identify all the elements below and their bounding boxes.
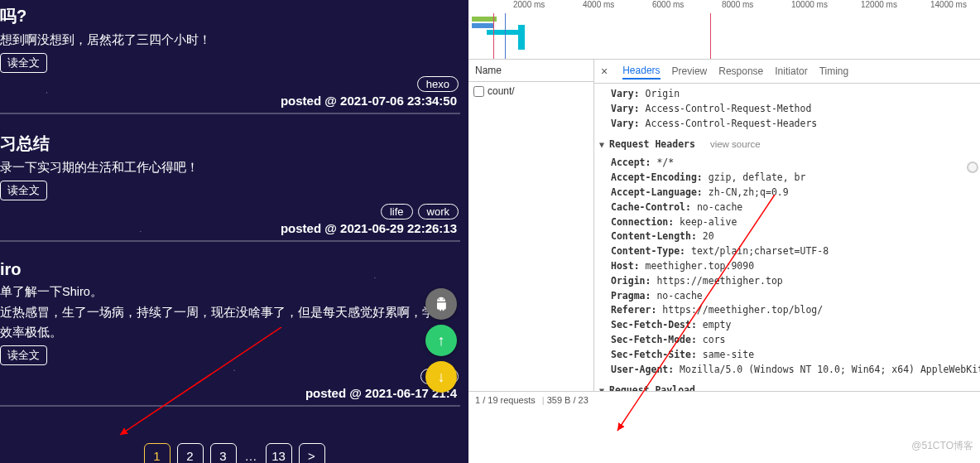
header-value: no-cache bbox=[697, 201, 742, 213]
post-meta: posted @ 2021-07-06 23:34:50 bbox=[0, 94, 457, 108]
post-excerpt: 想到啊没想到，居然花了三四个小时！ bbox=[0, 32, 460, 48]
divider bbox=[0, 240, 460, 242]
header-key: Pragma: bbox=[611, 290, 651, 301]
header-value: same-site bbox=[703, 349, 754, 360]
android-icon[interactable] bbox=[425, 288, 457, 320]
watermark: @51CTO博客 bbox=[911, 439, 973, 453]
network-timeline[interactable]: 2000 ms 4000 ms 6000 ms 8000 ms 10000 ms… bbox=[468, 0, 980, 60]
arrow-down-icon[interactable]: ↓ bbox=[425, 361, 457, 393]
section-request-headers[interactable]: Request Headersview source bbox=[599, 137, 968, 152]
header-value: Origin bbox=[646, 88, 680, 99]
header-value: text/plain;charset=UTF-8 bbox=[691, 245, 829, 257]
svg-point-0 bbox=[439, 299, 440, 300]
tick: 2000 ms bbox=[513, 0, 545, 9]
post-meta: posted @ 2021-06-29 22:26:13 bbox=[0, 221, 457, 235]
header-value: meethigher.top:9090 bbox=[646, 260, 755, 272]
tab-preview[interactable]: Preview bbox=[672, 64, 708, 79]
post-excerpt: 效率极低。 bbox=[0, 325, 460, 340]
read-more-button[interactable]: 读全文 bbox=[0, 53, 47, 73]
tick: 10000 ms bbox=[791, 0, 828, 9]
view-source-link[interactable]: view source bbox=[710, 139, 761, 149]
svg-point-1 bbox=[443, 299, 444, 300]
header-value: Access-Control-Request-Method bbox=[646, 103, 812, 114]
divider bbox=[0, 113, 460, 114]
close-icon[interactable]: × bbox=[601, 65, 608, 78]
header-key: Sec-Fetch-Mode: bbox=[611, 334, 697, 345]
header-key: User-Agent: bbox=[611, 364, 674, 375]
scroll-indicator-icon bbox=[967, 162, 978, 173]
name-header[interactable]: Name bbox=[468, 60, 593, 82]
header-value: cors bbox=[703, 334, 726, 345]
blog-panel: 吗? 想到啊没想到，居然花了三四个小时！ 读全文 hexo posted @ 2… bbox=[0, 0, 468, 463]
read-more-button[interactable]: 读全文 bbox=[0, 345, 47, 365]
request-checkbox[interactable] bbox=[473, 86, 484, 97]
post-title[interactable]: 习总结 bbox=[0, 133, 460, 155]
tab-timing[interactable]: Timing bbox=[819, 64, 849, 79]
header-key: Cache-Control: bbox=[611, 201, 691, 213]
section-request-payload[interactable]: Request Payload bbox=[599, 383, 968, 391]
arrow-up-icon[interactable]: ↑ bbox=[425, 325, 457, 356]
header-key: Vary: bbox=[611, 103, 640, 114]
header-key: Vary: bbox=[611, 88, 640, 99]
tag-work[interactable]: work bbox=[418, 204, 459, 219]
header-key: Sec-Fetch-Dest: bbox=[611, 319, 697, 330]
pagination: 1 2 3 … 13 > bbox=[0, 443, 468, 463]
post-excerpt: 录一下实习期的生活和工作心得吧！ bbox=[0, 160, 460, 176]
header-key: Host: bbox=[611, 260, 640, 272]
detail-tabs: × Headers Preview Response Initiator Tim… bbox=[594, 60, 980, 84]
blog-post: iro 单了解一下Shiro。 近热感冒，生了一场病，持续了一周，现在没啥事了，… bbox=[0, 255, 468, 421]
header-value: Mozilla/5.0 (Windows NT 10.0; Win64; x64… bbox=[680, 364, 980, 375]
tick: 8000 ms bbox=[722, 0, 753, 9]
header-value: Access-Control-Request-Headers bbox=[646, 118, 818, 129]
divider bbox=[0, 405, 460, 407]
page-next[interactable]: > bbox=[299, 443, 325, 463]
page-1[interactable]: 1 bbox=[144, 443, 171, 463]
post-excerpt: 近热感冒，生了一场病，持续了一周，现在没啥事了，但是每天感觉好累啊，学 bbox=[0, 305, 460, 321]
header-value: gzip, deflate, br bbox=[709, 171, 806, 183]
header-key: Connection: bbox=[611, 216, 674, 228]
header-key: Referer: bbox=[611, 304, 656, 316]
request-row-count[interactable]: count/ bbox=[468, 82, 593, 100]
read-more-button[interactable]: 读全文 bbox=[0, 181, 47, 200]
page-3[interactable]: 3 bbox=[210, 443, 237, 463]
tag-hexo[interactable]: hexo bbox=[417, 76, 459, 92]
tick: 6000 ms bbox=[652, 0, 684, 9]
header-value: 20 bbox=[703, 230, 714, 242]
header-key: Vary: bbox=[611, 118, 640, 129]
page-last[interactable]: 13 bbox=[266, 443, 292, 463]
fab-column: ↑ ↓ bbox=[425, 288, 457, 393]
header-key: Accept: bbox=[611, 157, 651, 168]
tick: 4000 ms bbox=[583, 0, 614, 9]
post-title[interactable]: 吗? bbox=[0, 5, 460, 27]
tab-initiator[interactable]: Initiator bbox=[775, 64, 807, 79]
tick: 14000 ms bbox=[930, 0, 967, 9]
header-key: Content-Length: bbox=[611, 230, 697, 242]
page-dots: … bbox=[243, 449, 259, 463]
request-name-column: Name count/ bbox=[468, 60, 594, 391]
header-key: Accept-Language: bbox=[611, 186, 703, 198]
headers-body[interactable]: Vary: Origin Vary: Access-Control-Reques… bbox=[594, 84, 980, 391]
header-value: https://meethigher.top bbox=[656, 275, 782, 287]
tick: 12000 ms bbox=[861, 0, 897, 9]
devtools-panel: 2000 ms 4000 ms 6000 ms 8000 ms 10000 ms… bbox=[468, 0, 980, 463]
status-bar: 1 / 19 requests 359 B / 23 bbox=[468, 391, 980, 408]
header-value: empty bbox=[703, 319, 732, 330]
request-name: count/ bbox=[488, 85, 515, 97]
header-value: zh-CN,zh;q=0.9 bbox=[709, 186, 789, 198]
post-title[interactable]: iro bbox=[0, 260, 460, 279]
tab-headers[interactable]: Headers bbox=[622, 63, 660, 80]
blog-post: 习总结 录一下实习期的生活和工作心得吧！ 读全文 life work poste… bbox=[0, 128, 468, 255]
header-value: no-cache bbox=[656, 290, 702, 301]
header-key: Accept-Encoding: bbox=[611, 171, 703, 183]
tag-life[interactable]: life bbox=[381, 204, 413, 219]
header-value: */* bbox=[656, 157, 674, 168]
header-value: keep-alive bbox=[680, 216, 737, 228]
transfer-size: 359 B / 23 bbox=[542, 395, 588, 405]
post-excerpt: 单了解一下Shiro。 bbox=[0, 284, 460, 300]
tab-response[interactable]: Response bbox=[718, 64, 763, 79]
header-key: Sec-Fetch-Site: bbox=[611, 349, 697, 360]
header-value: https://meethigher.top/blog/ bbox=[662, 304, 823, 316]
page-2[interactable]: 2 bbox=[177, 443, 204, 463]
header-key: Origin: bbox=[611, 275, 651, 287]
blog-post: 吗? 想到啊没想到，居然花了三四个小时！ 读全文 hexo posted @ 2… bbox=[0, 0, 468, 128]
